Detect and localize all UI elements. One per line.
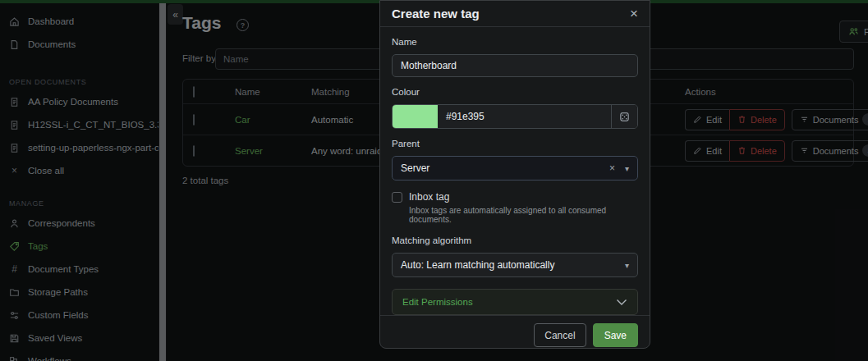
dice-icon bbox=[619, 112, 630, 122]
modal-title: Create new tag bbox=[392, 7, 480, 21]
edit-permissions-label: Edit Permissions bbox=[402, 297, 473, 307]
parent-select[interactable]: Server × ▾ bbox=[392, 156, 638, 180]
modal-header: Create new tag × bbox=[380, 1, 650, 27]
chevron-down-icon: ▾ bbox=[625, 261, 629, 270]
modal-body: Name Colour #91e395 Parent Server × ▾ In… bbox=[380, 27, 650, 315]
create-tag-modal: Create new tag × Name Colour #91e395 Par… bbox=[379, 0, 650, 349]
inbox-tag-row: Inbox tag bbox=[392, 190, 638, 203]
close-icon[interactable]: × bbox=[630, 7, 638, 21]
matching-field-label: Matching algorithm bbox=[392, 235, 638, 249]
chevron-down-icon[interactable]: ▾ bbox=[625, 164, 629, 173]
matching-algorithm-select[interactable]: Auto: Learn matching automatically ▾ bbox=[392, 253, 638, 277]
chevron-down-icon bbox=[616, 299, 627, 306]
colour-hex-input[interactable]: #91e395 bbox=[438, 105, 611, 128]
inbox-tag-hint: Inbox tags are automatically assigned to… bbox=[409, 206, 638, 224]
name-field-label: Name bbox=[392, 37, 638, 50]
inbox-tag-label: Inbox tag bbox=[409, 191, 449, 203]
colour-input-group: #91e395 bbox=[392, 104, 638, 129]
inbox-tag-checkbox[interactable] bbox=[392, 192, 402, 203]
cancel-button[interactable]: Cancel bbox=[534, 323, 586, 347]
save-button[interactable]: Save bbox=[593, 323, 638, 347]
colour-swatch bbox=[393, 105, 438, 128]
tag-name-input[interactable] bbox=[392, 54, 638, 77]
colour-field-label: Colour bbox=[392, 87, 638, 100]
parent-selected-value: Server bbox=[401, 162, 609, 174]
edit-permissions-accordion[interactable]: Edit Permissions bbox=[392, 289, 638, 315]
clear-icon[interactable]: × bbox=[609, 162, 615, 174]
random-colour-button[interactable] bbox=[611, 105, 637, 128]
parent-field-label: Parent bbox=[392, 139, 638, 152]
matching-selected-value: Auto: Learn matching automatically bbox=[401, 259, 625, 271]
app-window: Dashboard Documents OPEN DOCUMENTS AA Po… bbox=[0, 0, 868, 361]
modal-footer: Cancel Save bbox=[380, 315, 650, 354]
